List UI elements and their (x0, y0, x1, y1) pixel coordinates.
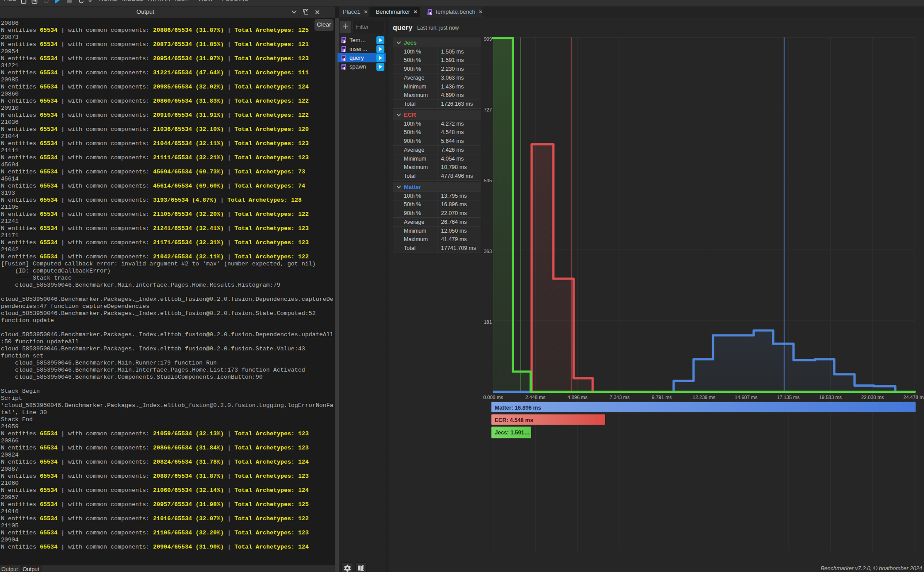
svg-text:19.583 ms: 19.583 ms (819, 395, 842, 400)
svg-text:7.343 ms: 7.343 ms (610, 395, 630, 400)
svg-text:181: 181 (484, 319, 492, 325)
svg-text:14.687 ms: 14.687 ms (735, 395, 758, 400)
svg-text:22.030 ms: 22.030 ms (861, 395, 884, 400)
svg-text:363: 363 (484, 249, 492, 254)
svg-text:9.791 ms: 9.791 ms (652, 395, 672, 400)
svg-text:2.448 ms: 2.448 ms (525, 395, 546, 400)
svg-text:545: 545 (484, 178, 492, 183)
svg-text:24.478 ms: 24.478 ms (903, 395, 924, 400)
svg-text:17.135 ms: 17.135 ms (777, 395, 800, 400)
svg-text:0.000 ms: 0.000 ms (483, 395, 503, 400)
svg-text:727: 727 (484, 107, 492, 112)
svg-text:909: 909 (484, 36, 492, 42)
svg-text:Matter: 16.896 ms: Matter: 16.896 ms (495, 405, 541, 411)
svg-text:12.239 ms: 12.239 ms (693, 395, 716, 400)
svg-text:4.896 ms: 4.896 ms (567, 395, 588, 400)
svg-text:ECR: 4.548 ms: ECR: 4.548 ms (495, 417, 533, 423)
svg-text:Jecs: 1.591…: Jecs: 1.591… (495, 430, 530, 436)
